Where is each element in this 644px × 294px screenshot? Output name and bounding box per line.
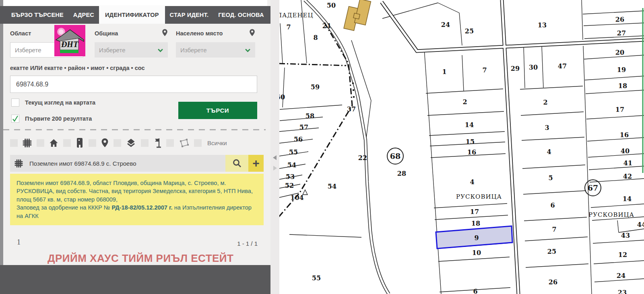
parcel-label: 9: [474, 234, 479, 242]
current-view-checkbox-row: Текущ изглед на картата: [11, 99, 95, 107]
parcel-label: 23: [618, 289, 627, 294]
tab-old-identifier[interactable]: СТАР ИДЕНТ.: [165, 12, 214, 24]
zone-number: 67: [588, 183, 598, 192]
filter-checkbox-parcel[interactable]: [10, 139, 18, 147]
collapse-right-arrow[interactable]: [273, 166, 277, 171]
parcel-label: 41: [623, 159, 632, 167]
municipality-select[interactable]: Изберете: [95, 42, 168, 58]
parcel-label: ЛАДЕНЕЦ: [279, 12, 314, 19]
parcel-label: 5: [548, 174, 553, 182]
parcel-label: 15: [466, 138, 475, 146]
result-title: Поземлен имот 69874.68.9 с. Строево: [29, 160, 136, 167]
parcel-label: 12: [618, 251, 627, 259]
parcel-label: 14: [623, 195, 632, 203]
parcel-label: 10: [472, 249, 481, 257]
parcel-label: 6: [473, 288, 477, 294]
parcel-label: 26: [549, 278, 557, 286]
panel-splitter[interactable]: [270, 0, 279, 294]
property-info-box: Поземлен имот 69874.68.9, област Пловдив…: [10, 174, 264, 225]
property-order-number: РД-18-82/05.12.2007 г.: [111, 204, 172, 211]
house-icon[interactable]: [49, 138, 58, 148]
parcel-label: 25: [465, 27, 474, 35]
parcel-label: 16: [620, 131, 629, 139]
filter-checkbox-flag[interactable]: [141, 139, 149, 147]
parcel-label: 25: [547, 248, 556, 255]
parcel-label: 27: [617, 29, 626, 37]
parcel-label: 8: [313, 34, 318, 41]
map-pin-icon[interactable]: [101, 138, 109, 148]
municipality-pin-icon: [162, 29, 168, 38]
settlement-select[interactable]: Изберете: [176, 42, 255, 58]
parcel-label: 7: [552, 226, 556, 233]
map-circles: 6867: [387, 148, 601, 196]
settlement-field-group: Населено място Изберете: [176, 29, 255, 58]
parcel-label: 19: [617, 66, 626, 74]
filter-checkbox-polygon[interactable]: [166, 139, 174, 147]
parcel-grid-icon[interactable]: [23, 138, 32, 148]
filter-checkbox-all[interactable]: [194, 139, 202, 147]
polygon-icon[interactable]: [179, 138, 189, 148]
parcel-label: 17: [615, 106, 624, 113]
parcel-label: РУСКОВИЦА: [456, 193, 502, 200]
tab-identifier[interactable]: ИДЕНТИФИКАТОР: [99, 5, 165, 24]
parcel-grid-icon: [14, 159, 23, 168]
identifier-input[interactable]: [10, 76, 257, 93]
tab-quick-search[interactable]: БЪРЗО ТЪРСЕНЕ: [6, 12, 68, 24]
logo-monogram: ƉHT: [61, 40, 78, 49]
parcel-label: 18: [618, 82, 627, 90]
municipality-label: Община: [95, 30, 118, 37]
filter-checkbox-point[interactable]: [89, 139, 96, 147]
parcel-label: 16: [467, 148, 476, 156]
layers-icon[interactable]: [126, 138, 136, 148]
parcel-label: 22: [358, 154, 367, 162]
region-label: Област: [10, 30, 31, 37]
first200-label: Първите 200 резултата: [25, 115, 92, 122]
current-view-label: Текущ изглед на картата: [25, 99, 95, 106]
collapse-left-arrow[interactable]: [273, 155, 277, 160]
tab-geodetic-base[interactable]: ГЕОД. ОСНОВА: [213, 12, 269, 24]
first200-checkbox[interactable]: [11, 115, 19, 123]
parcel-label: 20: [615, 49, 624, 56]
zone-number: 68: [390, 152, 400, 160]
pagination-page[interactable]: 1: [17, 238, 21, 247]
filter-checkbox-building[interactable]: [63, 139, 71, 147]
chevron-down-icon: [245, 47, 251, 53]
filter-checkbox-house[interactable]: [37, 139, 44, 147]
parcel-label: 26: [615, 16, 624, 23]
parcel-label: 52: [285, 182, 294, 189]
filter-checkbox-layers[interactable]: [114, 139, 121, 147]
parcel-label: 55: [312, 274, 321, 282]
window-left-edge: [0, 0, 3, 294]
parcel-label: 59: [311, 83, 320, 91]
parcel-label: 2: [462, 98, 467, 106]
zoom-to-result-button[interactable]: [225, 155, 248, 172]
search-result-row[interactable]: Поземлен имот 69874.68.9 с. Строево +: [10, 155, 264, 172]
parcel-label: 40: [621, 147, 630, 155]
building-icon[interactable]: [76, 138, 84, 148]
current-view-checkbox[interactable]: [11, 99, 19, 107]
parcel-label: 54: [287, 161, 296, 169]
cadastral-map[interactable]: 6867 ЛАДЕНЕЦ5078212425132627201729304719…: [279, 0, 644, 294]
magnifier-icon: [232, 158, 242, 168]
parcel-label: 54: [328, 183, 336, 190]
municipality-field-group: Община Изберете: [95, 29, 168, 58]
parcel-label: 55: [289, 148, 298, 156]
flag-icon[interactable]: [153, 138, 161, 148]
parcel-label: 7: [286, 23, 291, 31]
parcel-label: 24: [441, 21, 450, 29]
tab-address[interactable]: АДРЕС: [68, 12, 99, 24]
parcel-label: 44: [637, 221, 644, 228]
parcel-label: 3: [545, 124, 549, 132]
building-footprint: [344, 0, 371, 31]
parcel-label: 57: [299, 123, 308, 131]
parcel-label: 1: [442, 68, 446, 76]
search-button[interactable]: ТЪРСИ: [178, 102, 257, 119]
parcel-label: 18: [471, 220, 480, 227]
add-result-button[interactable]: +: [248, 155, 264, 172]
property-order-text: Заповед за одобрение на КККР №: [17, 204, 111, 211]
parcel-label: 50: [327, 2, 336, 9]
chevron-down-icon: [157, 47, 163, 53]
map-labels: ЛАДЕНЕЦ507821242513262720172930471918596…: [279, 2, 644, 294]
property-info-text: Поземлен имот 69874.68.9, област Пловдив…: [17, 180, 253, 203]
result-type-filter-row: Всички: [10, 136, 227, 150]
